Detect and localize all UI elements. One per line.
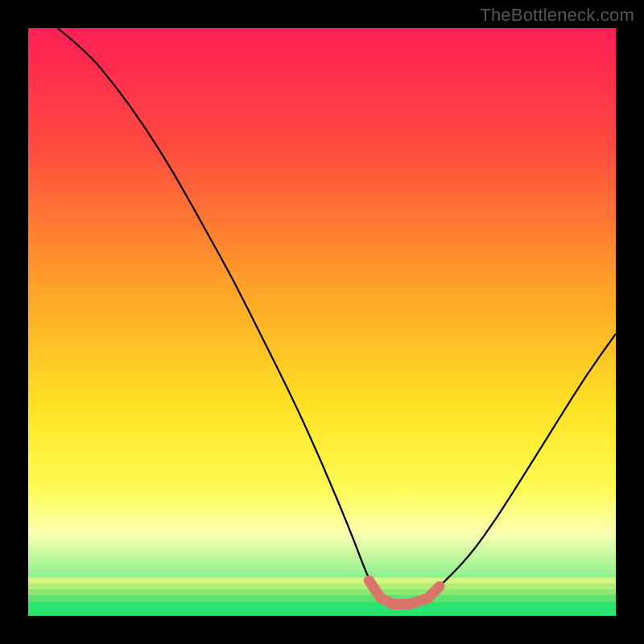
green-bands [28, 578, 616, 616]
svg-rect-0 [28, 578, 616, 584]
gradient-background [28, 28, 616, 616]
watermark-text: TheBottleneck.com [480, 5, 634, 26]
plot-area [28, 28, 616, 616]
svg-rect-4 [28, 602, 616, 616]
svg-rect-1 [28, 584, 616, 589]
chart-svg [28, 28, 616, 616]
svg-rect-2 [28, 589, 616, 595]
svg-rect-3 [28, 595, 616, 602]
